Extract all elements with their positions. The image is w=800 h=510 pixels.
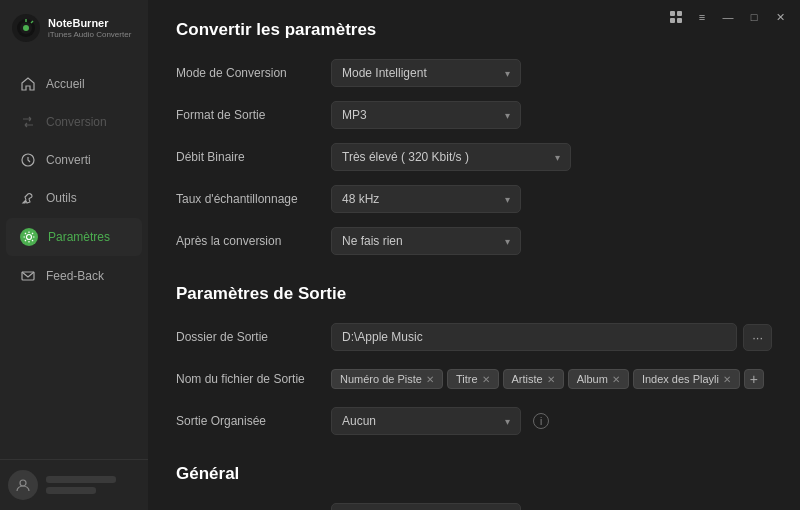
- main-content: Convertir les paramètres Mode de Convers…: [148, 0, 800, 510]
- output-params-section: Paramètres de Sortie Dossier de Sortie D…: [176, 284, 772, 436]
- add-tag-button[interactable]: +: [744, 369, 764, 389]
- apparence-row: Apparence Sombre ▾: [176, 502, 772, 510]
- tag-index-playli[interactable]: Index des Playli ✕: [633, 369, 740, 389]
- taux-echantillonnage-row: Taux d'échantillonnage 48 kHz ▾: [176, 184, 772, 214]
- nom-fichier-row: Nom du fichier de Sortie Numéro de Piste…: [176, 364, 772, 394]
- taux-echantillonnage-select[interactable]: 48 kHz ▾: [331, 185, 521, 213]
- nom-fichier-control: Numéro de Piste ✕ Titre ✕ Artiste ✕ Albu…: [331, 369, 772, 389]
- tag-numero-piste[interactable]: Numéro de Piste ✕: [331, 369, 443, 389]
- chevron-down-icon: ▾: [505, 236, 510, 247]
- svg-point-2: [23, 25, 29, 31]
- app-title: NoteBurner: [48, 17, 131, 30]
- maximize-icon: □: [751, 11, 758, 23]
- maximize-button[interactable]: □: [742, 6, 766, 28]
- browse-button[interactable]: ···: [743, 324, 772, 351]
- sidebar-nav: Accueil Conversion Converti: [0, 56, 148, 459]
- dossier-sortie-row: Dossier de Sortie D:\Apple Music ···: [176, 322, 772, 352]
- sidebar-item-outils[interactable]: Outils: [6, 180, 142, 216]
- tag-close-icon[interactable]: ✕: [482, 374, 490, 385]
- mode-conversion-row: Mode de Conversion Mode Intelligent ▾: [176, 58, 772, 88]
- taux-echantillonnage-value: 48 kHz: [342, 192, 379, 206]
- apparence-select[interactable]: Sombre ▾: [331, 503, 521, 510]
- app-title-area: NoteBurner iTunes Audio Converter: [48, 17, 131, 40]
- output-params-title: Paramètres de Sortie: [176, 284, 772, 304]
- titlebar: ≡ — □ ✕: [656, 0, 800, 34]
- app-logo: [12, 14, 40, 42]
- dossier-sortie-input[interactable]: D:\Apple Music: [331, 323, 737, 351]
- conversion-params-section: Convertir les paramètres Mode de Convers…: [176, 20, 772, 256]
- tag-close-icon[interactable]: ✕: [612, 374, 620, 385]
- sidebar-item-accueil[interactable]: Accueil: [6, 66, 142, 102]
- svg-point-6: [20, 480, 26, 486]
- envelope-icon: [20, 268, 36, 284]
- logo-area: NoteBurner iTunes Audio Converter: [0, 0, 148, 56]
- apres-conversion-row: Après la conversion Ne fais rien ▾: [176, 226, 772, 256]
- user-area[interactable]: [0, 459, 148, 510]
- chevron-down-icon: ▾: [505, 194, 510, 205]
- tag-close-icon[interactable]: ✕: [547, 374, 555, 385]
- path-row: D:\Apple Music ···: [331, 323, 772, 351]
- tag-album[interactable]: Album ✕: [568, 369, 629, 389]
- sortie-organisee-label: Sortie Organisée: [176, 414, 331, 428]
- general-section: Général Apparence Sombre ▾ Langues Franç…: [176, 464, 772, 510]
- clock-icon: [20, 152, 36, 168]
- tag-numero-piste-label: Numéro de Piste: [340, 373, 422, 385]
- close-icon: ✕: [776, 11, 785, 24]
- sidebar-item-parametres[interactable]: Paramètres: [6, 218, 142, 256]
- sidebar-item-converti[interactable]: Converti: [6, 142, 142, 178]
- sidebar-item-feedback-label: Feed-Back: [46, 269, 104, 283]
- format-sortie-label: Format de Sortie: [176, 108, 331, 122]
- close-button[interactable]: ✕: [768, 6, 792, 28]
- mode-conversion-select[interactable]: Mode Intelligent ▾: [331, 59, 521, 87]
- info-icon[interactable]: i: [533, 413, 549, 429]
- sortie-organisee-control: Aucun ▾ i: [331, 407, 772, 435]
- home-icon: [20, 76, 36, 92]
- format-sortie-row: Format de Sortie MP3 ▾: [176, 100, 772, 130]
- tag-album-label: Album: [577, 373, 608, 385]
- nom-fichier-label: Nom du fichier de Sortie: [176, 372, 331, 386]
- user-name: [46, 476, 116, 483]
- chevron-down-icon: ▾: [555, 152, 560, 163]
- grid-view-button[interactable]: [664, 6, 688, 28]
- debit-binaire-select[interactable]: Très élevé ( 320 Kbit/s ) ▾: [331, 143, 571, 171]
- general-title: Général: [176, 464, 772, 484]
- tag-close-icon[interactable]: ✕: [426, 374, 434, 385]
- apres-conversion-value: Ne fais rien: [342, 234, 403, 248]
- chevron-down-icon: ▾: [505, 68, 510, 79]
- sidebar-item-converti-label: Converti: [46, 153, 91, 167]
- svg-point-4: [27, 235, 32, 240]
- apres-conversion-select[interactable]: Ne fais rien ▾: [331, 227, 521, 255]
- sortie-organisee-select[interactable]: Aucun ▾: [331, 407, 521, 435]
- grid-icon: [670, 11, 682, 23]
- sidebar-item-feedback[interactable]: Feed-Back: [6, 258, 142, 294]
- user-avatar: [8, 470, 38, 500]
- debit-binaire-label: Débit Binaire: [176, 150, 331, 164]
- apres-conversion-label: Après la conversion: [176, 234, 331, 248]
- sidebar: NoteBurner iTunes Audio Converter Accuei…: [0, 0, 148, 510]
- app-subtitle: iTunes Audio Converter: [48, 30, 131, 40]
- tag-close-icon[interactable]: ✕: [723, 374, 731, 385]
- chevron-down-icon: ▾: [505, 110, 510, 121]
- sidebar-item-outils-label: Outils: [46, 191, 77, 205]
- sidebar-item-conversion: Conversion: [6, 104, 142, 140]
- tag-artiste[interactable]: Artiste ✕: [503, 369, 564, 389]
- tag-artiste-label: Artiste: [512, 373, 543, 385]
- taux-echantillonnage-control: 48 kHz ▾: [331, 185, 772, 213]
- tag-titre[interactable]: Titre ✕: [447, 369, 499, 389]
- apparence-control: Sombre ▾: [331, 503, 772, 510]
- gear-icon: [20, 228, 38, 246]
- debit-binaire-row: Débit Binaire Très élevé ( 320 Kbit/s ) …: [176, 142, 772, 172]
- format-sortie-select[interactable]: MP3 ▾: [331, 101, 521, 129]
- sortie-organisee-value: Aucun: [342, 414, 376, 428]
- minimize-button[interactable]: —: [716, 6, 740, 28]
- user-info: [46, 476, 140, 494]
- mode-conversion-control: Mode Intelligent ▾: [331, 59, 772, 87]
- conversion-icon: [20, 114, 36, 130]
- chevron-down-icon: ▾: [505, 416, 510, 427]
- format-sortie-control: MP3 ▾: [331, 101, 772, 129]
- minimize-icon: —: [723, 11, 734, 23]
- menu-button[interactable]: ≡: [690, 6, 714, 28]
- tools-icon: [20, 190, 36, 206]
- sortie-organisee-row: Sortie Organisée Aucun ▾ i: [176, 406, 772, 436]
- tag-titre-label: Titre: [456, 373, 478, 385]
